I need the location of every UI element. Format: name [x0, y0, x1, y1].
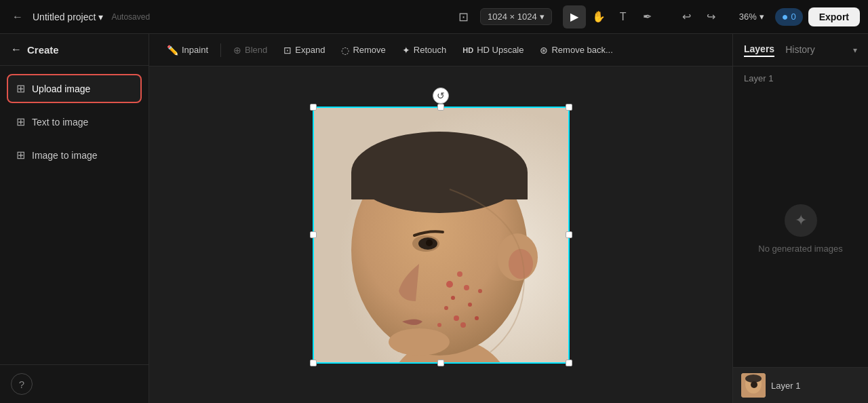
tool-group-main: ▶ ✋ T ✒: [563, 5, 659, 28]
zoom-button[interactable]: 36% ▾: [734, 9, 770, 24]
svg-rect-5: [351, 172, 528, 199]
topbar: ← Untitled project ▾ Autosaved ⊡ 1024 × …: [0, 0, 868, 34]
svg-point-21: [478, 289, 482, 293]
sidebar-header: ← Create: [0, 34, 149, 66]
canvas-size-label: 1024 × 1024: [488, 12, 537, 22]
expand-icon: ⊡: [283, 45, 292, 56]
project-chevron-icon: ▾: [98, 12, 103, 22]
no-generated-icon: ✦: [785, 204, 817, 237]
upscale-tool-button[interactable]: HD HD Upscale: [456, 41, 530, 58]
handle-top-left[interactable]: [310, 104, 317, 111]
handle-bottom-middle[interactable]: [437, 360, 444, 366]
sidebar-item-text-to-image[interactable]: ⊞ Text to image: [7, 107, 142, 136]
project-title: Untitled project: [33, 12, 96, 22]
remove-back-label: Remove back...: [551, 45, 612, 55]
right-panel: Layers History ▾ Layer 1 ✦ No generated …: [732, 34, 868, 403]
layer-thumbnail: [741, 373, 766, 398]
credits-icon: ●: [782, 11, 789, 23]
svg-point-15: [444, 306, 448, 310]
help-icon: ?: [19, 379, 24, 390]
rotate-handle[interactable]: ↺: [433, 88, 449, 104]
text-to-image-icon: ⊞: [16, 115, 25, 128]
expand-tool-button[interactable]: ⊡ Expand: [277, 41, 332, 59]
image-to-image-label: Image to image: [32, 150, 98, 161]
pen-tool-button[interactable]: ✒: [636, 5, 659, 28]
handle-middle-left[interactable]: [310, 231, 317, 238]
hand-tool-button[interactable]: ✋: [587, 5, 610, 28]
svg-point-13: [451, 296, 455, 300]
sparkle-icon: ✦: [795, 212, 807, 229]
handle-bottom-left[interactable]: [310, 360, 317, 366]
layer1-section-label: Layer 1: [733, 66, 868, 90]
handle-middle-right[interactable]: [566, 231, 572, 238]
remove-icon: ◌: [341, 45, 349, 56]
retouch-label: Retouch: [414, 45, 446, 55]
svg-point-19: [475, 316, 479, 320]
undo-button[interactable]: ↩: [675, 5, 698, 28]
history-chevron-icon[interactable]: ▾: [853, 45, 857, 55]
remove-back-icon: ⊛: [540, 45, 548, 56]
zoom-label: 36%: [739, 12, 757, 22]
credits-badge[interactable]: ● 0: [775, 8, 803, 26]
blend-tool-button[interactable]: ⊕ Blend: [226, 41, 274, 59]
retouch-tool-button[interactable]: ✦ Retouch: [395, 41, 453, 59]
remove-tool-button[interactable]: ◌ Remove: [334, 41, 392, 59]
layers-content: Layer 1 ✦ No generated images Layer 1: [733, 66, 868, 403]
canvas-image-wrapper[interactable]: ↺: [314, 108, 568, 362]
svg-point-12: [457, 271, 462, 277]
project-name-button[interactable]: Untitled project ▾: [33, 12, 103, 22]
svg-point-26: [751, 381, 757, 388]
main-area: ← Create ⊞ Upload image ⊞ Text to image …: [0, 34, 868, 403]
canvas-size-button[interactable]: 1024 × 1024 ▾: [480, 8, 552, 25]
svg-point-10: [426, 239, 433, 246]
layer-name-label: Layer 1: [771, 381, 800, 391]
inpaint-icon: ✏️: [167, 45, 178, 56]
text-tool-button[interactable]: T: [612, 5, 635, 28]
handle-top-middle[interactable]: [437, 104, 444, 111]
svg-point-22: [389, 328, 450, 356]
redo-button[interactable]: ↪: [700, 5, 723, 28]
retouch-icon: ✦: [402, 45, 410, 56]
blend-icon: ⊕: [233, 45, 241, 56]
help-button[interactable]: ?: [11, 373, 33, 395]
remove-back-tool-button[interactable]: ⊛ Remove back...: [533, 41, 619, 59]
inpaint-tool-button[interactable]: ✏️ Inpaint: [160, 41, 215, 59]
left-sidebar: ← Create ⊞ Upload image ⊞ Text to image …: [0, 34, 149, 403]
sidebar-item-upload-image[interactable]: ⊞ Upload image: [7, 74, 142, 103]
right-panel-header: Layers History ▾: [733, 34, 868, 66]
image-to-image-icon: ⊞: [16, 149, 25, 161]
tool-group-history: ↩ ↪: [675, 5, 723, 28]
inpaint-label: Inpaint: [182, 45, 208, 55]
handle-bottom-right[interactable]: [566, 360, 572, 366]
text-to-image-label: Text to image: [32, 117, 88, 128]
layer-item[interactable]: Layer 1: [733, 367, 868, 403]
back-button[interactable]: ←: [8, 7, 27, 26]
export-button[interactable]: Export: [808, 7, 860, 26]
sidebar-bottom: ?: [0, 364, 149, 403]
upload-image-label: Upload image: [32, 83, 90, 94]
blend-label: Blend: [245, 45, 267, 55]
no-generated-section: ✦ No generated images: [733, 90, 868, 367]
canvas-content[interactable]: ↺: [149, 66, 732, 403]
credits-count: 0: [791, 12, 795, 22]
upload-image-icon: ⊞: [16, 82, 25, 95]
tab-history[interactable]: History: [785, 44, 815, 56]
upscale-label: HD Upscale: [477, 45, 524, 55]
select-tool-button[interactable]: ▶: [563, 5, 586, 28]
sidebar-header-label: Create: [27, 44, 59, 56]
svg-point-17: [468, 303, 472, 307]
handle-top-right[interactable]: [566, 104, 572, 111]
svg-point-14: [464, 285, 469, 290]
autosaved-label: Autosaved: [111, 12, 150, 22]
remove-label: Remove: [353, 45, 385, 55]
sidebar-item-image-to-image[interactable]: ⊞ Image to image: [7, 140, 142, 170]
svg-point-18: [460, 322, 466, 328]
svg-point-11: [446, 281, 453, 288]
canvas-size-chevron: ▾: [540, 12, 545, 22]
back-icon: ←: [12, 11, 23, 23]
toolbar-divider-1: [220, 43, 221, 57]
canvas-icon-btn[interactable]: ⊡: [452, 5, 475, 28]
canvas-toolbar: ✏️ Inpaint ⊕ Blend ⊡ Expand ◌ Remove ✦ R…: [149, 34, 732, 66]
tab-layers[interactable]: Layers: [744, 43, 774, 57]
sidebar-back-icon: ←: [11, 43, 22, 56]
